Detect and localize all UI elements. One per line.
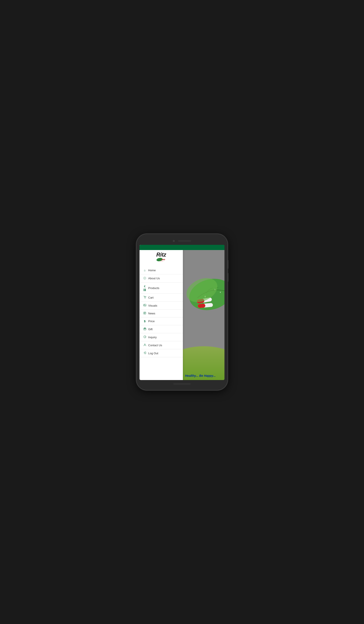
phone-screen: Ritz Formulations [140,245,224,380]
gift-icon [143,327,147,331]
main-content: Healthy... Be Happy... [183,245,224,380]
sidebar-label-visuals: Visuals [148,304,157,307]
sidebar-item-gift[interactable]: Gift [140,325,183,333]
sidebar-label-about-us: About Us [148,277,160,280]
top-green-bar [183,245,224,250]
sidebar: Ritz Formulations [140,245,183,380]
sidebar-item-products[interactable]: € Products [140,283,183,294]
phone-bottom [140,381,224,387]
products-icon: € [143,285,147,291]
sidebar-item-inquiry[interactable]: ? Inquiry [140,333,183,341]
sidebar-item-news[interactable]: News [140,310,183,317]
svg-rect-2 [144,289,145,290]
sidebar-label-gift: Gift [148,328,153,331]
contact-icon [143,343,147,347]
cart-icon [143,296,147,299]
sidebar-item-cart[interactable]: Cart [140,294,183,302]
sidebar-label-home: Home [148,269,156,272]
tagline: Healthy... Be Happy... [185,374,222,377]
sidebar-label-inquiry: Inquiry [148,336,157,339]
logout-icon [143,351,147,355]
earpiece-speaker [178,240,191,242]
svg-rect-3 [145,289,146,290]
svg-text:?: ? [145,336,146,338]
phone-top [140,238,224,244]
info-icon: ⓘ [143,276,147,280]
bottom-speaker [173,383,191,385]
hero-image [183,245,224,346]
sidebar-item-price[interactable]: $ Price [140,317,183,325]
sidebar-label-price: Price [148,320,155,323]
sidebar-item-home[interactable]: ⌂ Home [140,266,183,274]
sidebar-label-contact-us: Contact Us [148,344,162,347]
visuals-icon [143,304,147,307]
svg-point-7 [145,298,146,298]
phone-frame: Ritz Formulations [136,234,228,390]
logo-text: Ritz [156,252,166,258]
nav-menu: ⌂ Home ⓘ About Us € [140,266,183,380]
logo-leaf: Formulations [156,257,166,262]
logo-container: Ritz Formulations [156,252,166,262]
front-camera [173,240,175,242]
sidebar-item-logout[interactable]: Log Out [140,349,183,357]
sidebar-label-logout: Log Out [148,352,158,355]
svg-text:Formulations: Formulations [160,261,164,261]
svg-rect-8 [144,304,146,306]
sidebar-label-news: News [148,312,155,315]
svg-point-6 [144,298,145,298]
sidebar-label-cart: Cart [148,296,154,299]
home-icon: ⌂ [143,269,147,272]
sidebar-item-about-us[interactable]: ⓘ About Us [140,274,183,283]
news-icon [143,312,147,315]
sidebar-item-contact-us[interactable]: Contact Us [140,341,183,349]
sidebar-item-visuals[interactable]: Visuals [140,302,183,310]
svg-rect-5 [145,290,146,291]
svg-rect-4 [144,290,145,291]
svg-point-23 [220,292,221,293]
hero-illustration [185,274,224,317]
price-icon: $ [143,320,147,323]
inquiry-icon: ? [143,335,147,339]
svg-point-19 [144,344,145,345]
sidebar-label-products: Products [148,286,159,290]
